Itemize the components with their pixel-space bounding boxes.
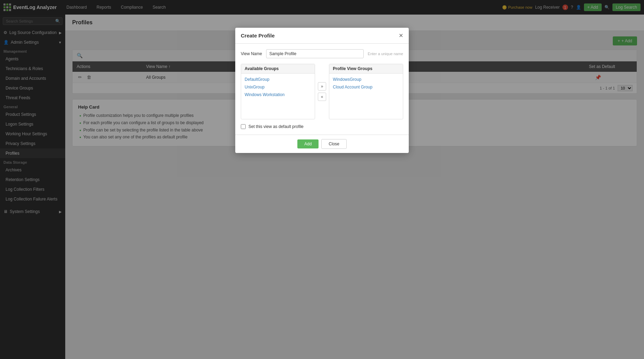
available-group-1[interactable]: UnixGroup: [241, 83, 315, 91]
transfer-buttons: » «: [318, 82, 327, 101]
modal-body: View Name Enter a unique name Available …: [235, 44, 409, 135]
transfer-right-button[interactable]: »: [318, 82, 327, 91]
create-profile-modal: Create Profile ✕ View Name Enter a uniqu…: [235, 28, 409, 153]
groups-container: Available Groups DefaultGroup UnixGroup …: [241, 64, 403, 119]
available-groups-body: DefaultGroup UnixGroup Windows Workstati…: [241, 74, 315, 101]
profile-group-0[interactable]: WindowsGroup: [329, 76, 403, 83]
default-profile-label: Set this view as default profile: [248, 124, 304, 129]
view-name-label: View Name: [241, 51, 262, 56]
modal-header: Create Profile ✕: [235, 28, 409, 44]
profile-view-groups-header: Profile View Groups: [329, 64, 403, 74]
default-profile-row: Set this view as default profile: [241, 124, 403, 129]
view-name-hint: Enter a unique name: [368, 52, 403, 56]
available-groups-header: Available Groups: [241, 64, 315, 74]
available-groups-panel: Available Groups DefaultGroup UnixGroup …: [241, 64, 315, 119]
available-group-2[interactable]: Windows Workstation: [241, 91, 315, 99]
default-profile-checkbox[interactable]: [241, 124, 246, 129]
view-name-row: View Name Enter a unique name: [241, 49, 403, 58]
modal-close-button[interactable]: ✕: [399, 33, 403, 39]
transfer-left-button[interactable]: «: [318, 93, 327, 101]
view-name-input[interactable]: [266, 49, 364, 58]
profile-view-groups-body: WindowsGroup Cloud Account Group: [329, 74, 403, 93]
profile-view-groups-panel: Profile View Groups WindowsGroup Cloud A…: [329, 64, 403, 119]
modal-title: Create Profile: [241, 33, 275, 39]
available-group-0[interactable]: DefaultGroup: [241, 76, 315, 83]
profile-group-1[interactable]: Cloud Account Group: [329, 83, 403, 91]
modal-close-btn[interactable]: Close: [321, 139, 347, 149]
modal-footer: Add Close: [235, 135, 409, 153]
modal-overlay: Create Profile ✕ View Name Enter a uniqu…: [0, 0, 644, 359]
modal-add-button[interactable]: Add: [297, 139, 319, 148]
